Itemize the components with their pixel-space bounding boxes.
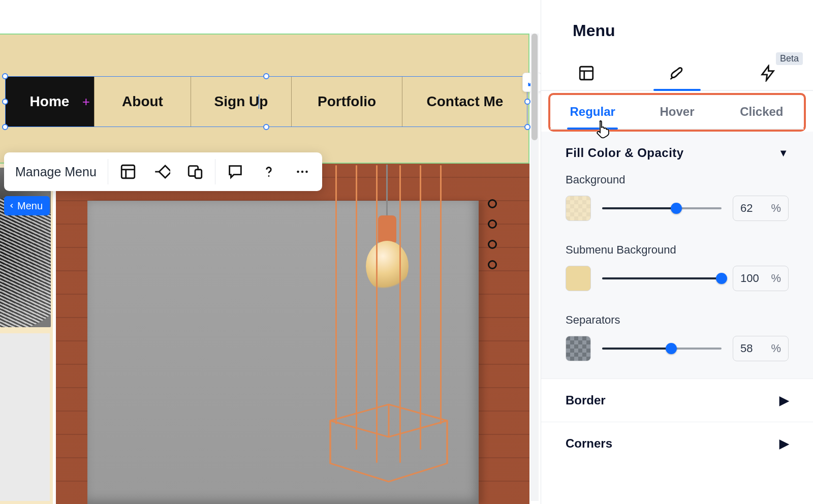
submenu-background-label: Submenu Background: [566, 243, 789, 257]
separators-color-swatch[interactable]: [566, 336, 591, 361]
state-tab-clicked[interactable]: Clicked: [720, 95, 804, 129]
svg-rect-9: [195, 170, 202, 178]
comment-icon[interactable]: [227, 163, 244, 180]
background-color-swatch[interactable]: [566, 196, 591, 221]
border-section-header[interactable]: Border ▶: [541, 379, 813, 422]
chevron-left-icon: [8, 202, 15, 209]
lightning-icon: [759, 65, 776, 82]
svg-marker-17: [762, 66, 773, 80]
separators-opacity-slider[interactable]: [602, 348, 722, 350]
panel-title: Menu: [541, 0, 813, 40]
lamp-bulb: [366, 241, 409, 292]
beta-badge: Beta: [776, 52, 803, 65]
svg-point-10: [268, 175, 269, 177]
separators-label: Separators: [566, 313, 789, 327]
scrollbar-thumb[interactable]: [531, 34, 538, 140]
svg-point-12: [301, 171, 304, 173]
state-tabs-highlight: Regular Hover Clicked: [548, 93, 806, 132]
resize-handle[interactable]: [524, 124, 530, 130]
background-control: 62 %: [566, 196, 789, 221]
editor-canvas: Home + About Sign Up Portfolio Contact M…: [0, 0, 541, 504]
submenu-background-control: 100 %: [566, 266, 789, 291]
layout-icon: [578, 65, 595, 82]
canvas-scrollbar[interactable]: [530, 34, 539, 501]
breadcrumb-pill[interactable]: Menu: [4, 196, 50, 215]
chevron-right-icon: ▶: [779, 393, 789, 407]
tab-interactions[interactable]: Beta: [723, 56, 813, 90]
percent-unit: %: [771, 342, 781, 355]
blank-photo: [0, 333, 50, 501]
resize-handle[interactable]: [263, 73, 269, 79]
percent-unit: %: [771, 202, 781, 215]
lamp-socket: [378, 215, 396, 243]
resize-handle[interactable]: [2, 99, 8, 105]
state-tab-label: Clicked: [740, 105, 783, 119]
state-tab-label: Regular: [570, 105, 615, 119]
element-toolbar: Manage Menu: [4, 152, 322, 191]
submenu-opacity-slider[interactable]: [602, 277, 722, 279]
animation-icon[interactable]: [153, 163, 170, 180]
selection-outline[interactable]: [5, 76, 527, 127]
section-title: Fill Color & Opacity: [566, 146, 684, 160]
background-opacity-input[interactable]: 62 %: [733, 196, 789, 221]
fill-opacity-section: Fill Color & Opacity ▼ Background 62 % S…: [541, 132, 813, 379]
state-tab-label: Hover: [660, 105, 694, 119]
breadcrumb-label: Menu: [17, 200, 43, 212]
help-icon[interactable]: [260, 163, 277, 180]
opacity-value: 58: [740, 342, 753, 355]
state-tab-regular[interactable]: Regular: [550, 95, 635, 129]
lamp-cage-base: [318, 402, 459, 484]
separators-opacity-input[interactable]: 58 %: [733, 336, 789, 361]
chevron-right-icon: ▶: [779, 436, 789, 451]
panel-mode-tabs: Beta: [541, 56, 813, 91]
slide-indicator-dots[interactable]: [488, 199, 497, 269]
tab-design[interactable]: [632, 56, 722, 90]
layout-icon[interactable]: [119, 163, 137, 180]
design-panel: Menu Beta Regular Hover Clicked: [541, 0, 813, 504]
separators-control: 58 %: [566, 336, 789, 361]
percent-unit: %: [771, 272, 781, 285]
svg-point-11: [297, 171, 299, 173]
resize-handle[interactable]: [524, 99, 530, 105]
brush-icon: [668, 65, 685, 82]
background-opacity-slider[interactable]: [602, 207, 722, 209]
background-label: Background: [566, 173, 789, 186]
resize-handle[interactable]: [263, 124, 269, 130]
section-title: Border: [566, 393, 606, 407]
spiral-photo: [0, 168, 51, 327]
opacity-value: 100: [740, 272, 759, 285]
section-title: Corners: [566, 436, 612, 451]
resize-handle[interactable]: [2, 124, 8, 130]
submenu-opacity-input[interactable]: 100 %: [733, 266, 789, 291]
state-tabs: Regular Hover Clicked: [550, 95, 804, 130]
manage-menu-button[interactable]: Manage Menu: [15, 165, 97, 179]
tab-layout[interactable]: [541, 56, 632, 90]
state-tab-hover[interactable]: Hover: [635, 95, 719, 129]
submenu-color-swatch[interactable]: [566, 266, 591, 291]
svg-rect-14: [580, 67, 593, 80]
chevron-down-icon: ▼: [778, 147, 789, 159]
corners-section-header[interactable]: Corners ▶: [541, 422, 813, 465]
opacity-value: 62: [740, 202, 753, 215]
more-icon[interactable]: [294, 163, 311, 180]
svg-point-13: [305, 171, 308, 173]
section-header-fill[interactable]: Fill Color & Opacity ▼: [566, 146, 789, 160]
resize-handle[interactable]: [2, 73, 8, 79]
svg-rect-7: [159, 166, 170, 178]
svg-rect-4: [121, 165, 135, 178]
responsive-icon[interactable]: [186, 163, 204, 180]
lamp-cord: [386, 165, 388, 220]
